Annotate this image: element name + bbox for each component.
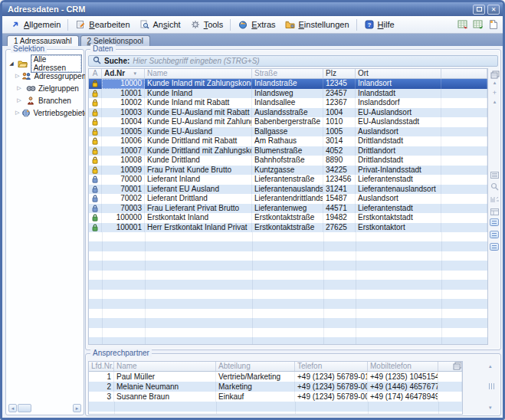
- menu-extras[interactable]: Extras: [233, 18, 280, 31]
- menu-tools[interactable]: Tools: [185, 18, 228, 31]
- expander-closed-icon[interactable]: ▷: [15, 85, 23, 91]
- grid-column-line: [441, 232, 442, 345]
- address-row[interactable]: 10008Kunde DrittlandBahnhofstraße8890Dri…: [89, 156, 487, 166]
- scrollbar-track[interactable]: [31, 404, 73, 412]
- address-street-cell: Erstkontaktstraße: [252, 213, 323, 223]
- scroll-top-icon[interactable]: ▴: [490, 80, 500, 86]
- menu-einstellungen[interactable]: Einstellungen: [280, 18, 354, 31]
- address-table-header: A Ad.Nr▼ Name Straße Plz Ort: [89, 69, 487, 79]
- address-zip-cell: 123456: [323, 175, 356, 185]
- scrollbar-thumb[interactable]: [18, 404, 31, 412]
- contact-mobile-cell: +49 (1235) 1045154: [368, 372, 438, 382]
- menu-label: Allgemein: [24, 20, 61, 29]
- tree-item-zielgruppen[interactable]: ▷ Zielgruppen: [8, 82, 82, 94]
- contact-row[interactable]: 1Paul MüllerVertrieb/Marketing+49 (1234)…: [89, 372, 462, 382]
- view-list-3-icon[interactable]: [490, 243, 499, 251]
- tree-item-branchen[interactable]: ▷ Branchen: [8, 94, 82, 107]
- address-city-cell: Drittlandort: [356, 146, 441, 156]
- search-placeholder: Hier Suchbegriff eingeben (STRG+S): [133, 57, 259, 65]
- address-row[interactable]: 10000Kunde Inland mit Zahlungskondition …: [89, 79, 487, 89]
- menu-label: Tools: [204, 20, 224, 29]
- address-city-cell: Inlandsort: [356, 79, 441, 89]
- address-row[interactable]: 70001Lieferant EU AuslandLieferantenausl…: [89, 185, 487, 195]
- address-street-cell: Lieferantenstraße: [252, 175, 323, 185]
- address-zip-cell: 1010: [323, 117, 356, 127]
- contact-row[interactable]: 2Melanie NeumannMarketing+49 (1234) 5678…: [89, 382, 462, 392]
- tree-item-adressgruppen[interactable]: ▷ Adressgruppen: [8, 70, 82, 82]
- menu-hilfe[interactable]: ? Hilfe: [359, 18, 399, 31]
- sidebar-horizontal-scrollbar[interactable]: ◂ ▸: [8, 404, 81, 412]
- address-zip-cell: 1005: [323, 127, 356, 137]
- address-row[interactable]: 10002Kunde Inland mit RabattInlandsallee…: [89, 98, 487, 108]
- expander-closed-icon[interactable]: ▷: [15, 110, 19, 116]
- expander-closed-icon[interactable]: ▷: [15, 73, 19, 79]
- address-row[interactable]: 70002Lieferant DrittlandLieferantendritt…: [89, 194, 487, 204]
- address-row[interactable]: 70000Lieferant InlandLieferantenstraße12…: [89, 175, 487, 185]
- address-filler-cell: [441, 175, 487, 185]
- restore-button[interactable]: [473, 5, 485, 15]
- address-street-cell: Blumenstraße: [252, 146, 323, 156]
- col-header-mobiltelefon[interactable]: Mobiltelefon: [368, 362, 438, 371]
- menu-ansicht[interactable]: Ansicht: [135, 18, 185, 31]
- address-row[interactable]: 10006Kunde Drittland mit RabattAm Rathau…: [89, 136, 487, 146]
- view-list-1-icon[interactable]: [490, 218, 499, 226]
- daten-groupbox: Daten Suche: Hier Suchbegriff eingeben (…: [85, 49, 501, 350]
- layout-icon[interactable]: [490, 205, 500, 218]
- selektion-groupbox: Selektion ◢ Alle Adressen ▷ Adressgruppe…: [5, 49, 84, 415]
- column-chooser-icon[interactable]: [453, 362, 462, 371]
- col-header-plz[interactable]: Plz: [323, 69, 356, 78]
- splitter-grip[interactable]: [489, 383, 495, 389]
- address-row[interactable]: 10007Kunde Drittland mit Zahlungskonditi…: [89, 146, 487, 156]
- address-city-cell: Lieferantenstadt: [356, 204, 441, 214]
- contact-filler-cell: [438, 382, 462, 392]
- address-row[interactable]: 10003Kunde EU-Ausland mit RabattAuslands…: [89, 108, 487, 118]
- address-number-cell: 10000: [102, 79, 145, 89]
- address-row[interactable]: 70003Frau Lieferant Privat BruttoLiefera…: [89, 204, 487, 214]
- address-row[interactable]: 10001Kunde InlandInlandsweg23457Inlandst…: [89, 89, 487, 99]
- address-row[interactable]: 100001Herr Erstkontakt Inland PrivatErst…: [89, 223, 487, 233]
- search-input[interactable]: Suche: Hier Suchbegriff eingeben (STRG+S…: [88, 55, 498, 67]
- address-row[interactable]: 10009Frau Privat Kunde BruttoKuntzgasse3…: [89, 166, 487, 176]
- col-header-contact-name[interactable]: Name: [114, 362, 216, 371]
- expander-closed-icon[interactable]: ▷: [15, 97, 23, 103]
- contact-row[interactable]: 3Susanne BraunEinkauf+49 (1234) 56789-00…: [89, 392, 462, 402]
- address-number-cell: 70000: [102, 175, 145, 185]
- new-document-icon[interactable]: [487, 19, 500, 31]
- address-row[interactable]: 100000Erstkontakt InlandErstkontaktstraß…: [89, 213, 487, 223]
- scroll-up-icon[interactable]: ▴: [490, 99, 500, 105]
- scroll-down-icon[interactable]: ▾: [489, 405, 492, 411]
- scroll-right-icon[interactable]: ▸: [73, 404, 81, 412]
- col-header-abteilung[interactable]: Abteilung: [216, 362, 295, 371]
- col-header-lfdnr[interactable]: Lfd.Nr.: [89, 362, 114, 371]
- address-street-cell: Bahnhofstraße: [252, 156, 323, 166]
- tree-root-alle-adressen[interactable]: ◢ Alle Adressen: [8, 57, 82, 70]
- col-header-a[interactable]: A: [89, 69, 102, 78]
- address-row[interactable]: 10004Kunde EU-Ausland mit Zahlungskondti…: [89, 117, 487, 127]
- view-list-2-icon[interactable]: [490, 231, 499, 238]
- expander-open-icon[interactable]: ◢: [8, 61, 15, 67]
- close-button[interactable]: ✕: [487, 5, 500, 15]
- table-import-icon[interactable]: [472, 19, 484, 31]
- address-number-cell: 10006: [102, 136, 145, 146]
- col-header-ort[interactable]: Ort: [356, 69, 441, 78]
- col-header-adnr[interactable]: Ad.Nr▼: [102, 69, 145, 78]
- col-header-telefon[interactable]: Telefon: [295, 362, 368, 371]
- address-name-cell: Kunde EU-Ausland mit Zahlungskondtionen: [145, 117, 252, 127]
- address-filler-cell: [441, 127, 487, 137]
- contact-scrollbar: ▴ ▾: [487, 363, 497, 411]
- contact-department-cell: Einkauf: [216, 392, 295, 402]
- scroll-left-icon[interactable]: ◂: [8, 404, 17, 412]
- lock-icon: [89, 117, 102, 127]
- table-export-icon[interactable]: [457, 19, 469, 31]
- address-number-cell: 10004: [102, 117, 145, 127]
- add-row-icon[interactable]: +: [490, 89, 500, 97]
- scroll-up-icon[interactable]: ▴: [489, 363, 492, 369]
- menu-bearbeiten[interactable]: Bearbeiten: [71, 18, 134, 31]
- menu-allgemein[interactable]: Allgemein: [5, 18, 65, 31]
- edit-icon: [75, 20, 86, 29]
- address-number-cell: 70001: [102, 185, 145, 195]
- col-header-name[interactable]: Name: [145, 69, 252, 78]
- address-row[interactable]: 10005Kunde EU-AuslandBallgasse1005Auslan…: [89, 127, 487, 137]
- tree-item-vertriebsgebiete[interactable]: ▷ Vertriebsgebiete: [8, 107, 82, 119]
- col-header-strasse[interactable]: Straße: [252, 69, 323, 78]
